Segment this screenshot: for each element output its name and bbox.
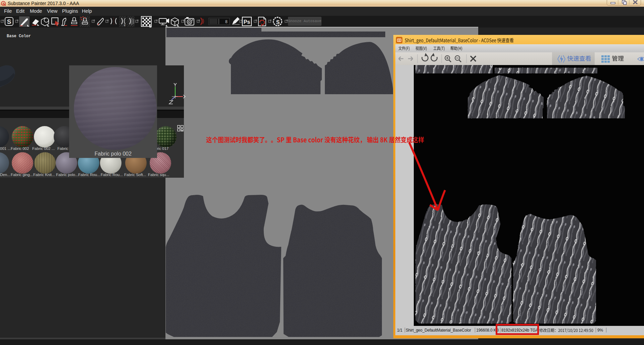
svg-text:S: S	[2, 2, 4, 5]
svg-text:8: 8	[225, 20, 228, 24]
svg-text:S: S	[7, 18, 11, 25]
svg-text:x: x	[124, 23, 126, 27]
svg-text:Ps: Ps	[244, 19, 250, 25]
svg-text:S: S	[276, 19, 280, 25]
